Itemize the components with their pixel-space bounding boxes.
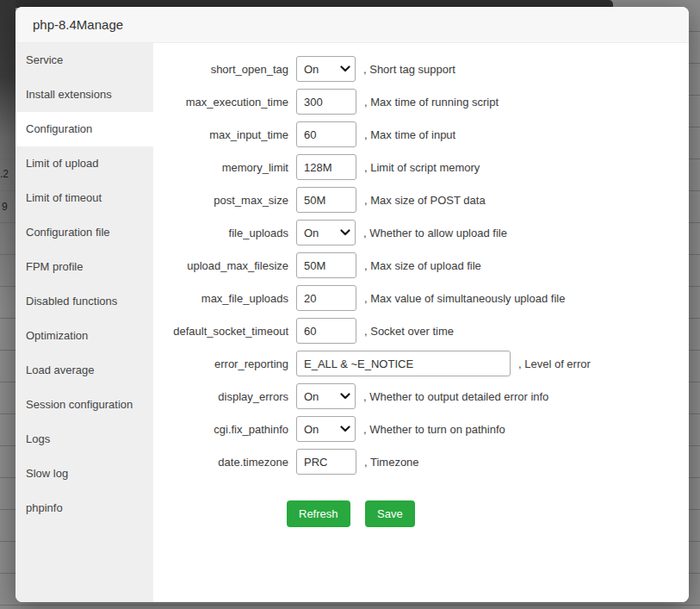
field-description: , Whether to allow upload file bbox=[363, 227, 507, 239]
save-button[interactable]: Save bbox=[365, 500, 415, 527]
field-label: post_max_size bbox=[153, 194, 288, 207]
sidebar-item-logs[interactable]: Logs bbox=[15, 422, 153, 457]
field-description: , Max size of POST data bbox=[364, 194, 486, 207]
field-description: , Short tag support bbox=[363, 63, 455, 76]
field-control-wrap: On bbox=[296, 56, 356, 82]
form-actions: Refresh Save bbox=[153, 500, 689, 527]
field-label: upload_max_filesize bbox=[153, 259, 288, 272]
sidebar-item-session-configuration[interactable]: Session configuration bbox=[15, 388, 153, 422]
sidebar-item-phpinfo[interactable]: phpinfo bbox=[15, 491, 153, 525]
max_file_uploads-input[interactable] bbox=[296, 285, 356, 311]
field-description: , Max time of running script bbox=[364, 96, 499, 109]
sidebar-item-configuration-file[interactable]: Configuration file bbox=[15, 215, 153, 250]
form-row-max-input-time: max_input_time, Max time of input bbox=[153, 121, 689, 147]
form-row-date-timezone: date.timezone, Timezone bbox=[153, 449, 689, 475]
sidebar-item-optimization[interactable]: Optimization bbox=[15, 319, 153, 353]
sidebar-item-limit-of-timeout[interactable]: Limit of timeout bbox=[15, 181, 153, 215]
field-description: , Whether to output detailed error info bbox=[363, 390, 548, 403]
form-row-short-open-tag: short_open_tagOn, Short tag support bbox=[153, 56, 689, 82]
form-row-file-uploads: file_uploadsOn, Whether to allow upload … bbox=[153, 220, 689, 245]
php-manage-modal: php-8.4Manage ServiceInstall extensionsC… bbox=[15, 7, 689, 602]
field-description: , Limit of script memory bbox=[364, 161, 480, 174]
backdrop-text-fragment: .2 bbox=[0, 169, 9, 179]
field-label: short_open_tag bbox=[153, 63, 288, 76]
short_open_tag-select[interactable]: On bbox=[296, 56, 356, 82]
form-row-error-reporting: error_reporting, Level of error bbox=[153, 351, 689, 376]
field-label: error_reporting bbox=[153, 357, 288, 370]
configuration-panel: short_open_tagOn, Short tag supportmax_e… bbox=[153, 43, 689, 602]
sidebar-item-service[interactable]: Service bbox=[15, 43, 153, 78]
field-control-wrap bbox=[296, 121, 356, 147]
field-label: memory_limit bbox=[153, 161, 288, 174]
date.timezone-input[interactable] bbox=[296, 449, 356, 475]
form-row-memory-limit: memory_limit, Limit of script memory bbox=[153, 154, 689, 180]
field-description: , Level of error bbox=[518, 357, 591, 370]
form-row-post-max-size: post_max_size, Max size of POST data bbox=[153, 187, 689, 213]
field-control-wrap bbox=[296, 351, 511, 376]
field-control-wrap bbox=[296, 318, 356, 344]
form-row-default-socket-timeout: default_socket_timeout, Socket over time bbox=[153, 318, 689, 344]
max_input_time-input[interactable] bbox=[296, 121, 356, 147]
sidebar-item-disabled-functions[interactable]: Disabled functions bbox=[15, 284, 153, 319]
field-label: cgi.fix_pathinfo bbox=[153, 423, 288, 436]
file_uploads-select[interactable]: On bbox=[296, 220, 356, 245]
field-label: default_socket_timeout bbox=[153, 325, 288, 338]
modal-body: ServiceInstall extensionsConfigurationLi… bbox=[15, 43, 689, 602]
field-label: max_execution_time bbox=[153, 96, 288, 109]
field-description: , Max time of input bbox=[364, 128, 455, 141]
form-row-max-execution-time: max_execution_time, Max time of running … bbox=[153, 89, 689, 115]
field-control-wrap bbox=[296, 187, 356, 213]
field-control-wrap bbox=[296, 154, 356, 180]
field-label: file_uploads bbox=[153, 227, 288, 239]
sidebar-item-load-average[interactable]: Load average bbox=[15, 353, 153, 388]
field-control-wrap bbox=[296, 449, 356, 475]
field-label: date.timezone bbox=[153, 456, 288, 469]
form-row-upload-max-filesize: upload_max_filesize, Max size of upload … bbox=[153, 252, 689, 278]
form-row-max-file-uploads: max_file_uploads, Max value of simultane… bbox=[153, 285, 689, 311]
default_socket_timeout-input[interactable] bbox=[296, 318, 356, 344]
backdrop-dark-left bbox=[0, 0, 15, 310]
field-description: , Max value of simultaneously upload fil… bbox=[364, 292, 565, 305]
upload_max_filesize-input[interactable] bbox=[296, 252, 356, 278]
sidebar-item-limit-of-upload[interactable]: Limit of upload bbox=[15, 146, 153, 181]
field-control-wrap: On bbox=[296, 220, 356, 245]
configuration-form: short_open_tagOn, Short tag supportmax_e… bbox=[153, 56, 689, 475]
field-control-wrap: On bbox=[296, 416, 356, 442]
field-label: display_errors bbox=[153, 390, 288, 403]
field-label: max_file_uploads bbox=[153, 292, 288, 305]
field-description: , Whether to turn on pathinfo bbox=[363, 423, 505, 436]
max_execution_time-input[interactable] bbox=[296, 89, 356, 115]
backdrop-text-fragment: 9 bbox=[2, 202, 8, 212]
form-row-display-errors: display_errorsOn, Whether to output deta… bbox=[153, 383, 689, 409]
error_reporting-input[interactable] bbox=[296, 351, 511, 376]
sidebar-item-install-extensions[interactable]: Install extensions bbox=[15, 78, 153, 112]
field-description: , Timezone bbox=[364, 456, 419, 469]
post_max_size-input[interactable] bbox=[296, 187, 356, 213]
modal-title: php-8.4Manage bbox=[15, 7, 689, 43]
field-description: , Max size of upload file bbox=[364, 259, 481, 272]
field-control-wrap bbox=[296, 89, 356, 115]
form-row-cgi-fix-pathinfo: cgi.fix_pathinfoOn, Whether to turn on p… bbox=[153, 416, 689, 442]
sidebar-item-configuration[interactable]: Configuration bbox=[15, 112, 153, 146]
sidebar-item-fpm-profile[interactable]: FPM profile bbox=[15, 250, 153, 284]
display_errors-select[interactable]: On bbox=[296, 383, 356, 409]
field-label: max_input_time bbox=[153, 128, 288, 141]
field-control-wrap bbox=[296, 285, 356, 311]
refresh-button[interactable]: Refresh bbox=[287, 500, 350, 527]
cgi.fix_pathinfo-select[interactable]: On bbox=[296, 416, 356, 442]
field-control-wrap bbox=[296, 252, 356, 278]
memory_limit-input[interactable] bbox=[296, 154, 356, 180]
sidebar-item-slow-log[interactable]: Slow log bbox=[15, 457, 153, 491]
field-control-wrap: On bbox=[296, 383, 356, 409]
field-description: , Socket over time bbox=[364, 325, 454, 338]
sidebar: ServiceInstall extensionsConfigurationLi… bbox=[15, 43, 153, 602]
